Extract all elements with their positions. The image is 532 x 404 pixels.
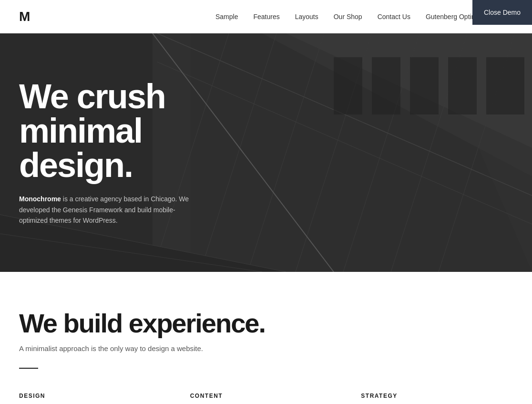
column-content-heading: CONTENT: [190, 393, 342, 399]
section-divider: [19, 368, 38, 369]
column-content: CONTENT Our team will teach you the art …: [190, 393, 342, 404]
hero-title: We crush minimal design.: [19, 79, 219, 182]
column-strategy: STRATEGY We help creative entrepreneurs …: [361, 393, 513, 404]
hero-content: We crush minimal design. Monochrome is a…: [0, 51, 238, 254]
close-demo-button[interactable]: Close Demo: [472, 0, 532, 25]
nav-item-features[interactable]: Features: [253, 13, 279, 21]
svg-rect-24: [486, 57, 524, 114]
header: M Sample Features Layouts Our Shop Conta…: [0, 0, 532, 33]
feature-columns: DESIGN With an emphasis on typography, w…: [19, 393, 513, 404]
svg-rect-22: [410, 57, 439, 114]
nav-item-layouts[interactable]: Layouts: [295, 13, 318, 21]
column-strategy-heading: STRATEGY: [361, 393, 513, 399]
hero-brand: Monochrome: [19, 195, 61, 203]
main-nav: Sample Features Layouts Our Shop Contact…: [215, 12, 513, 21]
svg-rect-20: [334, 57, 362, 114]
nav-item-our-shop[interactable]: Our Shop: [334, 13, 362, 21]
hero-description: Monochrome is a creative agency based in…: [19, 194, 191, 226]
column-design: DESIGN With an emphasis on typography, w…: [19, 393, 171, 404]
svg-rect-21: [372, 57, 400, 114]
logo[interactable]: M: [19, 9, 30, 24]
section-subtitle: A minimalist approach is the only way to…: [19, 344, 513, 352]
column-design-heading: DESIGN: [19, 393, 171, 399]
nav-item-sample[interactable]: Sample: [215, 13, 238, 21]
section-title: We build experience.: [19, 310, 513, 337]
nav-item-contact-us[interactable]: Contact Us: [378, 13, 410, 21]
main-section: We build experience. A minimalist approa…: [0, 272, 532, 404]
hero-section: We crush minimal design. Monochrome is a…: [0, 33, 532, 272]
svg-rect-23: [448, 57, 477, 114]
